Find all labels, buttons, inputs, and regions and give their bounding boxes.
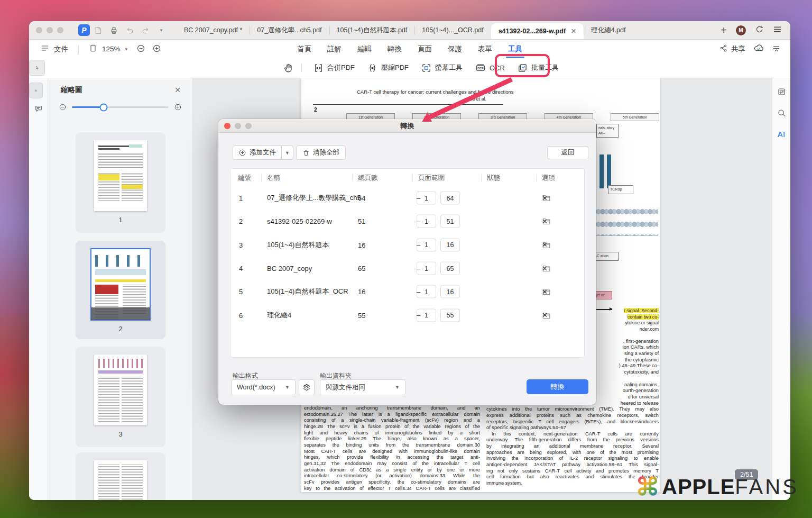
remove-file-icon[interactable]: ✕ xyxy=(542,194,548,202)
table-row: 6 理化總4 55 – ✕ xyxy=(230,303,584,326)
page-to-input[interactable] xyxy=(440,215,460,228)
dialog-minimize-button xyxy=(235,123,241,129)
history-dropdown-icon[interactable]: ▾ xyxy=(153,24,169,37)
menu-edit[interactable]: 編輯 xyxy=(357,40,372,58)
panel-close-icon[interactable]: ✕ xyxy=(174,86,181,94)
remove-file-icon[interactable]: ✕ xyxy=(542,241,548,249)
slider-zoom-out-icon[interactable] xyxy=(59,103,67,111)
page-range: – xyxy=(417,238,460,251)
body-text-line: involving the incorporation of IL-2 rece… xyxy=(486,456,659,462)
close-tab-icon[interactable]: ✕ xyxy=(571,28,576,35)
slider-knob[interactable] xyxy=(100,103,108,111)
output-format-select[interactable]: Word(*.docx)▼ xyxy=(231,379,296,395)
body-text-line: endodomain, an anchoring transmembrane d… xyxy=(304,405,480,412)
cloud-sync-icon[interactable] xyxy=(753,43,764,54)
trash-icon xyxy=(302,149,310,157)
undo-icon[interactable] xyxy=(122,24,137,37)
body-text-line: approaches are being explored, with one … xyxy=(486,450,659,456)
thumbnail-label: 3 xyxy=(118,430,122,438)
close-window-button[interactable] xyxy=(36,27,42,33)
properties-panel-icon[interactable] xyxy=(774,85,788,98)
zoom-dropdown-icon[interactable]: ▾ xyxy=(125,47,128,52)
page-to-input[interactable] xyxy=(440,285,460,298)
add-file-dropdown[interactable]: ▼ xyxy=(282,146,293,160)
new-tab-button[interactable]: + xyxy=(721,25,727,35)
clear-all-button[interactable]: 清除全部 xyxy=(296,146,346,160)
remove-file-icon[interactable]: ✕ xyxy=(542,288,548,296)
slider-zoom-in-icon[interactable] xyxy=(174,103,182,111)
comments-panel-icon[interactable] xyxy=(32,102,45,115)
remove-file-icon[interactable]: ✕ xyxy=(542,265,548,272)
page-to-input[interactable] xyxy=(440,262,460,275)
format-settings-button[interactable] xyxy=(299,379,315,395)
zoom-window-button[interactable] xyxy=(57,27,63,33)
tab-s41392-active[interactable]: s41392-02...269-w.pdf ✕ xyxy=(491,23,584,39)
save-document-icon[interactable] xyxy=(90,24,106,37)
body-text-line: immune system. xyxy=(486,480,659,487)
gear-icon xyxy=(302,383,311,392)
minimize-window-button[interactable] xyxy=(47,27,53,33)
back-button[interactable]: 返回 xyxy=(547,146,588,159)
ocr-button[interactable]: OCR OCR xyxy=(475,63,505,73)
thumbnail-page-2-selected[interactable]: 2 xyxy=(76,241,165,339)
sync-icon[interactable] xyxy=(755,25,764,36)
merge-pdf-button[interactable]: 合併PDF xyxy=(313,63,355,73)
zoom-out-icon[interactable] xyxy=(136,44,145,54)
ai-assistant-icon[interactable]: AI xyxy=(774,127,788,141)
menu-form[interactable]: 表單 xyxy=(478,40,492,58)
main-menu-icon[interactable] xyxy=(773,25,782,36)
tab-bc2007[interactable]: BC 2007_copy.pdf * xyxy=(177,21,250,39)
compress-pdf-button[interactable]: 壓縮PDF xyxy=(367,63,409,73)
screen-tool-icon xyxy=(421,63,431,73)
redo-icon[interactable] xyxy=(137,24,153,37)
page-to-input[interactable] xyxy=(440,308,460,322)
hand-tool-icon[interactable] xyxy=(280,60,296,75)
remove-file-icon[interactable]: ✕ xyxy=(542,311,548,319)
menu-home[interactable]: 首頁 xyxy=(297,40,311,58)
zoom-level-value[interactable]: 125% xyxy=(102,45,121,53)
remove-file-icon[interactable]: ✕ xyxy=(542,217,548,225)
menu-annotate[interactable]: 註解 xyxy=(327,40,342,58)
tab-105-nature[interactable]: 105(1~4)自然科題本.pdf xyxy=(329,21,415,39)
left-icon-rail xyxy=(29,78,48,500)
menu-page[interactable]: 頁面 xyxy=(418,40,432,58)
col-status: 狀態 xyxy=(487,174,500,183)
collapse-toolbar-icon[interactable] xyxy=(772,44,781,54)
left-text-column: endodomain, an anchoring transmembrane d… xyxy=(304,405,480,492)
menu-protect[interactable]: 保護 xyxy=(448,40,462,58)
table-body: 1 07_選修化學上...教學講義_ch5 64 – ✕ xyxy=(230,186,584,327)
thumbnails-panel-icon[interactable] xyxy=(29,83,43,98)
page-to-input[interactable] xyxy=(440,238,460,251)
output-folder-select[interactable]: 與源文件相同▼ xyxy=(320,379,405,395)
thumbnail-page-4[interactable]: 4 xyxy=(76,452,165,500)
range-dash: – xyxy=(417,311,420,319)
menu-tools-active[interactable]: 工具 xyxy=(508,40,522,58)
tab-lihua4[interactable]: 理化總4.pdf xyxy=(584,21,633,39)
select-tool-icon[interactable] xyxy=(29,60,45,76)
share-button[interactable]: 共享 xyxy=(731,44,745,54)
tab-105-ocr[interactable]: 105(1~4)..._OCR.pdf xyxy=(414,21,491,39)
file-menu[interactable]: 文件 xyxy=(54,44,68,54)
app-logo-icon: P xyxy=(78,24,90,36)
body-text-line: light and heavy chains of immunoglobulin… xyxy=(304,430,480,437)
search-icon[interactable] xyxy=(774,106,788,120)
thumbnail-page-3[interactable]: 3 xyxy=(76,347,165,447)
thumbnail-page-1[interactable]: 1 xyxy=(76,132,165,233)
user-avatar[interactable]: M xyxy=(736,25,746,35)
generation-box: 5th Generation xyxy=(611,113,659,121)
page-fit-icon[interactable] xyxy=(89,44,97,54)
convert-button[interactable]: 轉換 xyxy=(527,379,588,394)
slider-track[interactable] xyxy=(72,106,169,108)
screen-tool-button[interactable]: 螢幕工具 xyxy=(421,63,463,73)
zoom-in-icon[interactable] xyxy=(152,44,161,54)
tab-ch5[interactable]: 07_選修化學...ch5.pdf xyxy=(250,21,329,39)
batch-tools-button[interactable]: 批量工具 xyxy=(518,63,559,73)
menu-convert[interactable]: 轉換 xyxy=(387,40,402,58)
tcr-label-box: TCRαβ xyxy=(608,185,633,194)
add-file-button[interactable]: 添加文件 xyxy=(233,146,282,160)
table-header: 編號 名稱 總頁數 頁面範圍 狀態 選項 xyxy=(230,169,584,186)
dialog-close-button[interactable] xyxy=(224,123,230,129)
header-rule xyxy=(313,104,503,105)
print-icon[interactable] xyxy=(106,24,122,37)
page-to-input[interactable] xyxy=(440,192,460,205)
